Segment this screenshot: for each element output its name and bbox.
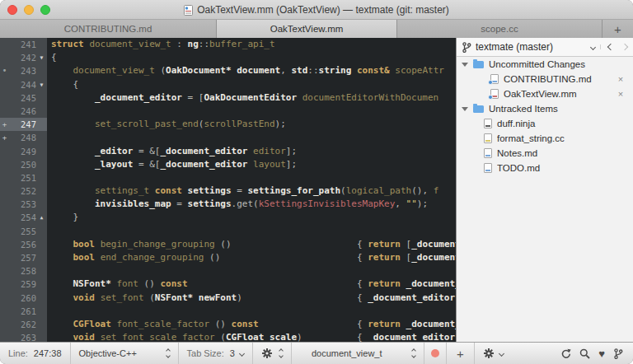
- gutter-cell[interactable]: 253: [0, 198, 47, 211]
- close-window-button[interactable]: [7, 5, 17, 15]
- fold-marker-icon[interactable]: ▼: [36, 51, 47, 64]
- disclosure-triangle-icon[interactable]: [462, 63, 468, 67]
- section-label: Uncommitted Changes: [489, 59, 585, 69]
- zoom-window-button[interactable]: [40, 5, 50, 15]
- sidebar-section-uncommitted-changes[interactable]: Uncommitted Changes: [457, 57, 633, 72]
- gutter-cell[interactable]: +247: [0, 118, 47, 131]
- file-item-notes-md[interactable]: Notes.md: [457, 146, 633, 161]
- code-line[interactable]: 263 void set_font_scale_factor (CGFloat …: [0, 331, 456, 342]
- code-line[interactable]: 246: [0, 105, 456, 118]
- code-line[interactable]: 244▼ {: [0, 78, 456, 91]
- code-line[interactable]: 252 settings_t const settings = settings…: [0, 184, 456, 198]
- code-line[interactable]: 255: [0, 225, 456, 238]
- code-line[interactable]: 260 void set_font (NSFont* newFont) { _d…: [0, 292, 456, 305]
- gutter-cell[interactable]: 260: [0, 292, 47, 305]
- code-line[interactable]: 259 NSFont* font () const { return _docu…: [0, 278, 456, 291]
- file-item-todo-md[interactable]: TODO.md: [457, 161, 633, 175]
- code-text: {: [47, 51, 57, 64]
- gutter-cell[interactable]: 258: [0, 264, 47, 278]
- gutter-cell[interactable]: 256: [0, 238, 47, 251]
- titlebar: OakTextView.mm (OakTextView) — textmate …: [0, 0, 633, 20]
- gutter-cell[interactable]: 250: [0, 158, 47, 171]
- tab-oaktextview-mm[interactable]: OakTextView.mm: [217, 20, 397, 38]
- code-line[interactable]: 245 _document_editor = [OakDocumentEdito…: [0, 91, 456, 105]
- diff-added-icon: +: [0, 131, 9, 144]
- gutter-cell[interactable]: 255: [0, 225, 47, 238]
- line-number: 252: [9, 184, 36, 198]
- line-number: 244: [9, 78, 36, 91]
- code-line[interactable]: 242▼{: [0, 51, 456, 64]
- gutter-cell[interactable]: 252: [0, 184, 47, 198]
- disclosure-triangle-icon[interactable]: [462, 107, 468, 111]
- code-line[interactable]: 258: [0, 264, 456, 278]
- line-number: 250: [9, 158, 36, 171]
- branch-selector[interactable]: textmate (master): [476, 41, 591, 53]
- code-line[interactable]: 257 bool end_change_grouping () { return…: [0, 251, 456, 264]
- code-text: [47, 305, 51, 318]
- close-icon[interactable]: ×: [612, 74, 630, 84]
- gutter-cell[interactable]: 249: [0, 145, 47, 158]
- gutter-cell[interactable]: 245: [0, 91, 47, 105]
- file-item-contributing-md[interactable]: CONTRIBUTING.md×: [457, 72, 633, 86]
- close-icon[interactable]: ×: [612, 89, 630, 99]
- sidebar-section-untracked-items[interactable]: Untracked Items: [457, 101, 633, 116]
- refresh-icon[interactable]: [560, 348, 571, 359]
- code-line[interactable]: 251: [0, 171, 456, 184]
- add-item-button[interactable]: +: [447, 343, 474, 364]
- settings-menu-button[interactable]: [475, 343, 512, 364]
- code-line[interactable]: 256 bool begin_change_grouping () { retu…: [0, 238, 456, 251]
- tab-scope-cc[interactable]: scope.cc: [397, 20, 603, 38]
- editor[interactable]: 241struct document_view_t : ng::buffer_a…: [0, 38, 456, 342]
- code-line[interactable]: 241struct document_view_t : ng::buffer_a…: [0, 38, 456, 51]
- gutter-cell[interactable]: 257: [0, 251, 47, 264]
- forward-button[interactable]: [621, 44, 628, 50]
- heart-icon[interactable]: ♥: [598, 348, 605, 359]
- code-line[interactable]: 249 _editor = &[_document_editor editor]…: [0, 145, 456, 158]
- line-number: 249: [9, 145, 36, 158]
- gutter-cell[interactable]: 244▼: [0, 78, 47, 91]
- new-tab-button[interactable]: +: [603, 20, 633, 38]
- line-number: 242: [9, 51, 36, 64]
- tab-size-selector[interactable]: Tab Size: 3: [179, 343, 252, 364]
- macro-recording-indicator[interactable]: [424, 343, 446, 364]
- fold-marker-icon[interactable]: ▼: [36, 78, 47, 91]
- code-area: 241struct document_view_t : ng::buffer_a…: [0, 38, 456, 342]
- code-line[interactable]: 261: [0, 305, 456, 318]
- code-line[interactable]: 250 _layout = &[_document_editor layout]…: [0, 158, 456, 171]
- section-label: Untracked Items: [489, 104, 558, 114]
- code-line[interactable]: 254▲ }: [0, 211, 456, 224]
- minimize-window-button[interactable]: [24, 5, 34, 15]
- branch-icon[interactable]: [613, 348, 623, 359]
- code-line[interactable]: +247 set_scroll_past_end(scrollPastEnd);: [0, 118, 456, 131]
- gutter-cell[interactable]: 246: [0, 105, 47, 118]
- gutter-cell[interactable]: 262: [0, 318, 47, 331]
- code-line[interactable]: 262 CGFloat font_scale_factor () const {…: [0, 318, 456, 331]
- line-number: 251: [9, 171, 36, 184]
- code-line[interactable]: •243 document_view_t (OakDocument* docum…: [0, 64, 456, 77]
- gutter-cell[interactable]: 254▲: [0, 211, 47, 224]
- gutter-cell[interactable]: 263: [0, 331, 47, 342]
- search-icon[interactable]: [579, 348, 590, 359]
- bundle-actions-button[interactable]: [253, 343, 291, 364]
- folder-icon: [473, 105, 484, 113]
- line-number: 253: [9, 198, 36, 211]
- back-button[interactable]: [607, 44, 614, 50]
- git-sidebar: textmate (master) Uncommitted ChangesCON…: [456, 38, 633, 342]
- gutter-cell[interactable]: 251: [0, 171, 47, 184]
- file-item-oaktextview-mm[interactable]: OakTextView.mm×: [457, 86, 633, 101]
- fold-marker-icon[interactable]: ▲: [36, 211, 47, 224]
- file-item-duff-ninja[interactable]: duff.ninja: [457, 116, 633, 131]
- gutter-cell[interactable]: 261: [0, 305, 47, 318]
- file-item-format-string-cc[interactable]: format_string.cc: [457, 131, 633, 146]
- code-line[interactable]: 253 invisibles_map = settings.get(kSetti…: [0, 198, 456, 211]
- gutter-cell[interactable]: +248: [0, 131, 47, 144]
- gutter-cell[interactable]: 241: [0, 38, 47, 51]
- symbol-selector[interactable]: document_view_t: [292, 343, 424, 364]
- tab-contributing-md[interactable]: CONTRIBUTING.md: [0, 20, 217, 38]
- branch-chevron-down-icon[interactable]: [590, 44, 596, 49]
- gutter-cell[interactable]: 242▼: [0, 51, 47, 64]
- code-line[interactable]: +248: [0, 131, 456, 144]
- gutter-cell[interactable]: •243: [0, 64, 47, 77]
- language-selector[interactable]: Objective-C++: [71, 343, 178, 364]
- gutter-cell[interactable]: 259: [0, 278, 47, 291]
